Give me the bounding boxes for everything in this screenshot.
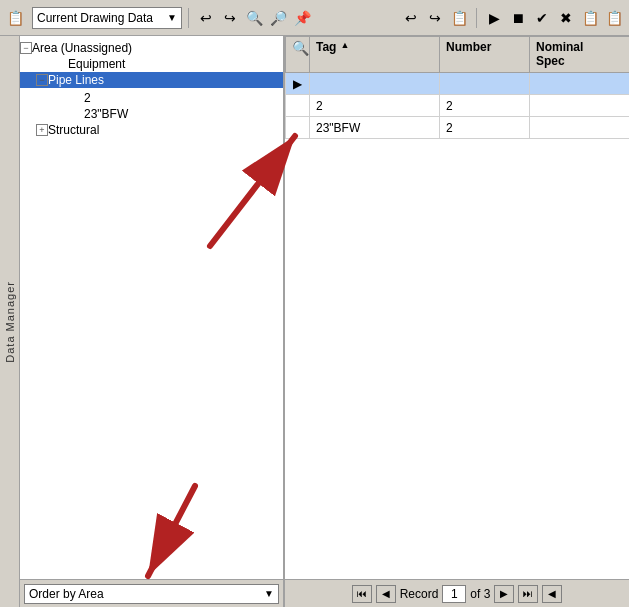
nav-first-button[interactable]: ⏮: [352, 585, 372, 603]
table-row[interactable]: 2 2: [286, 95, 630, 117]
bottom-bar: Order by Area ▼: [20, 579, 283, 607]
tree-expander[interactable]: −: [36, 74, 48, 86]
nav-of-label: of 3: [470, 587, 490, 601]
th-nominal[interactable]: NominalSpec: [530, 37, 630, 73]
row-tag: 23"BFW: [310, 117, 440, 139]
right-panel: 🔍 Tag ▲ Number NominalSpec: [285, 36, 629, 607]
table-row[interactable]: 23"BFW 2: [286, 117, 630, 139]
order-dropdown-label: Order by Area: [29, 587, 264, 601]
row-number: 2: [440, 95, 530, 117]
row-indicator: [286, 95, 310, 117]
nav-extra-button[interactable]: ◀: [542, 585, 562, 603]
tree-item-bfw[interactable]: 23"BFW: [20, 106, 283, 122]
datasource-dropdown[interactable]: Current Drawing Data ▼: [32, 7, 182, 29]
data-table: 🔍 Tag ▲ Number NominalSpec: [285, 36, 629, 139]
toolbar-icon-10[interactable]: ⏹: [507, 7, 529, 29]
left-panel: −Area (Unassigned)Equipment−Pipe Lines22…: [20, 36, 285, 607]
row-number: 2: [440, 117, 530, 139]
th-number-label: Number: [446, 40, 491, 54]
tree-label: 2: [84, 91, 91, 105]
row-nominal: [530, 95, 630, 117]
datasource-dropdown-arrow: ▼: [167, 12, 177, 23]
tree-expander[interactable]: +: [36, 124, 48, 136]
table-header-row: 🔍 Tag ▲ Number NominalSpec: [286, 37, 630, 73]
toolbar-icon-1[interactable]: ↩: [195, 7, 217, 29]
nav-current-input[interactable]: [442, 585, 466, 603]
row-indicator: [286, 117, 310, 139]
tree-container: −Area (Unassigned)Equipment−Pipe Lines22…: [20, 36, 283, 579]
tree-label: Equipment: [68, 57, 125, 71]
toolbar-icon-4[interactable]: 🔎: [267, 7, 289, 29]
toolbar-icon-14[interactable]: 📋: [603, 7, 625, 29]
toolbar-icon-7[interactable]: ↪: [424, 7, 446, 29]
tree-label: Pipe Lines: [48, 73, 104, 87]
nav-next-button[interactable]: ▶: [494, 585, 514, 603]
row-number: [440, 73, 530, 95]
th-number[interactable]: Number: [440, 37, 530, 73]
toolbar-icon-6[interactable]: ↩: [400, 7, 422, 29]
toolbar-icon-13[interactable]: 📋: [579, 7, 601, 29]
side-label-text: Data Manager: [4, 281, 16, 363]
toolbar-icon-8[interactable]: 📋: [448, 7, 470, 29]
toolbar-left: 📋 Current Drawing Data ▼ ↩ ↪ 🔍 🔎 📌: [4, 7, 313, 29]
table-container: 🔍 Tag ▲ Number NominalSpec: [285, 36, 629, 579]
toolbar-icon-2[interactable]: ↪: [219, 7, 241, 29]
toolbar-right: ↩ ↪ 📋 ▶ ⏹ ✔ ✖ 📋 📋: [400, 7, 625, 29]
nav-bar: ⏮ ◀ Record of 3 ▶ ⏭ ◀: [285, 579, 629, 607]
row-nominal: [530, 117, 630, 139]
th-tag-label: Tag: [316, 40, 336, 54]
tree-label: 23"BFW: [84, 107, 128, 121]
tree-item-structural[interactable]: +Structural: [20, 122, 283, 138]
nav-record-label: Record: [400, 587, 439, 601]
table-row[interactable]: ▶: [286, 73, 630, 95]
toolbar-separator-2: [476, 8, 477, 28]
toolbar-separator-1: [188, 8, 189, 28]
row-indicator: ▶: [286, 73, 310, 95]
row-tag: [310, 73, 440, 95]
th-tag[interactable]: Tag ▲: [310, 37, 440, 73]
toolbar-icon-11[interactable]: ✔: [531, 7, 553, 29]
tree-item-two[interactable]: 2: [20, 90, 283, 106]
th-tag-sort-icon: ▲: [340, 40, 349, 50]
tree-label: Structural: [48, 123, 99, 137]
nav-last-button[interactable]: ⏭: [518, 585, 538, 603]
row-tag: 2: [310, 95, 440, 117]
table-body: ▶ 2 2 23"BFW 2: [286, 73, 630, 139]
th-indicator: 🔍: [286, 37, 310, 73]
order-dropdown-arrow: ▼: [264, 588, 274, 599]
th-nominal-label: NominalSpec: [536, 40, 583, 68]
toolbar-icon-5[interactable]: 📌: [291, 7, 313, 29]
toolbar-icon-12[interactable]: ✖: [555, 7, 577, 29]
row-nominal: [530, 73, 630, 95]
nav-prev-button[interactable]: ◀: [376, 585, 396, 603]
toolbar: 📋 Current Drawing Data ▼ ↩ ↪ 🔍 🔎 📌 ↩ ↪ 📋…: [0, 0, 629, 36]
toolbar-icon-3[interactable]: 🔍: [243, 7, 265, 29]
order-dropdown[interactable]: Order by Area ▼: [24, 584, 279, 604]
tree-label: Area (Unassigned): [32, 41, 132, 55]
datasource-dropdown-label: Current Drawing Data: [37, 11, 163, 25]
tree-item-equipment[interactable]: Equipment: [20, 56, 283, 72]
tree-item-pipelines[interactable]: −Pipe Lines: [20, 72, 283, 88]
tree-item-area[interactable]: −Area (Unassigned): [20, 40, 283, 56]
side-label-container: Data Manager: [0, 36, 20, 607]
toolbar-icon-paste[interactable]: 📋: [4, 7, 26, 29]
tree-expander[interactable]: −: [20, 42, 32, 54]
toolbar-icon-9[interactable]: ▶: [483, 7, 505, 29]
panel-wrapper: Data Manager −Area (Unassigned)Equipment…: [0, 36, 629, 607]
